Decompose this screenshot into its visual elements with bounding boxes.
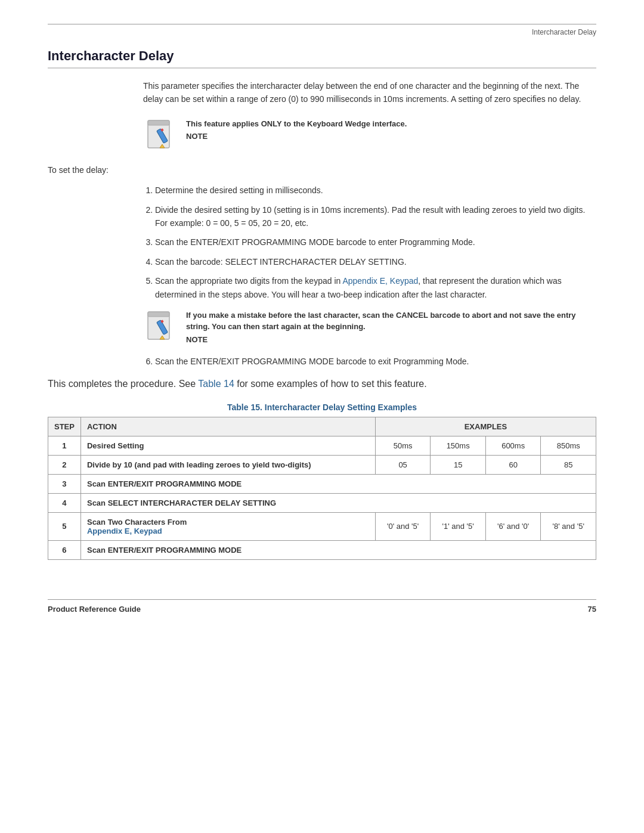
ex-2-4: 85 [541,455,596,474]
ex-5-4: '8' and '5' [541,512,596,540]
step6-list: Scan the ENTER/EXIT PROGRAMMING MODE bar… [155,355,596,368]
step-2: Divide the desired setting by 10 (settin… [155,203,596,230]
action-5: Scan Two Characters From Appendix E, Key… [80,512,375,540]
step-num-5: 5 [48,512,81,540]
ex-2-3: 60 [485,455,541,474]
steps-list: Determine the desired setting in millise… [155,184,596,301]
action-2: Divide by 10 (and pad with leading zeroe… [80,455,375,474]
ex-5-2: '1' and '5' [431,512,486,540]
action-3: Scan ENTER/EXIT PROGRAMMING MODE [80,474,596,493]
top-rule [48,24,596,24]
note-content-2: If you make a mistake before the last ch… [186,309,596,344]
step-6: Scan the ENTER/EXIT PROGRAMMING MODE bar… [155,355,596,368]
note2-text: If you make a mistake before the last ch… [186,309,596,333]
table14-link[interactable]: Table 14 [198,379,234,389]
ex-1-2: 150ms [431,436,486,455]
page-container: Intercharacter Delay Intercharacter Dela… [0,0,644,631]
step-num-2: 2 [48,455,81,474]
table-row: 3 Scan ENTER/EXIT PROGRAMMING MODE [48,474,596,493]
step-num-6: 6 [48,540,81,559]
ex-1-1: 50ms [375,436,431,455]
ex-1-3: 600ms [485,436,541,455]
footer-left-text: Product Reference Guide [48,605,141,614]
svg-rect-6 [148,312,169,317]
note1-label: NOTE [186,132,407,141]
step-4: Scan the barcode: SELECT INTERCHARACTER … [155,255,596,268]
note-box-2: If you make a mistake before the last ch… [143,309,596,345]
to-set-delay-text: To set the delay: [48,163,596,176]
svg-rect-1 [148,120,169,125]
th-action: ACTION [80,417,375,436]
step-3: Scan the ENTER/EXIT PROGRAMMING MODE bar… [155,236,596,249]
table-row: 6 Scan ENTER/EXIT PROGRAMMING MODE [48,540,596,559]
table-row: 4 Scan SELECT INTERCHARACTER DELAY SETTI… [48,493,596,512]
ex-5-1: '0' and '5' [375,512,431,540]
section-title: Intercharacter Delay [48,48,596,69]
note1-text: This feature applies ONLY to the Keyboar… [186,118,407,130]
appendix-e-link-2[interactable]: Appendix E, Keypad [87,527,162,535]
table-row: 2 Divide by 10 (and pad with leading zer… [48,455,596,474]
table-caption: Table 15. Intercharacter Delay Setting E… [48,402,596,412]
note2-label: NOTE [186,335,596,344]
page-footer: Product Reference Guide 75 [48,599,596,614]
step-num-1: 1 [48,436,81,455]
page-header-label: Intercharacter Delay [48,28,596,36]
table-row: 5 Scan Two Characters From Appendix E, K… [48,512,596,540]
action-6: Scan ENTER/EXIT PROGRAMMING MODE [80,540,596,559]
pencil-icon-1 [143,118,177,154]
ex-5-3: '6' and '0' [485,512,541,540]
intro-paragraph: This parameter specifies the intercharac… [143,79,596,106]
note-box-1: This feature applies ONLY to the Keyboar… [143,118,596,154]
pencil-icon-2 [143,309,177,345]
note-content-1: This feature applies ONLY to the Keyboar… [186,118,407,141]
ex-2-2: 15 [431,455,486,474]
step-1: Determine the desired setting in millise… [155,184,596,197]
th-step: STEP [48,417,81,436]
th-examples: EXAMPLES [375,417,596,436]
step-num-4: 4 [48,493,81,512]
action-5-line1: Scan Two Characters From [87,518,369,527]
appendix-e-link-1[interactable]: Appendix E, Keypad [342,276,418,286]
action-1: Desired Setting [80,436,375,455]
table-row: 1 Desired Setting 50ms 150ms 600ms 850ms [48,436,596,455]
step-5: Scan the appropriate two digits from the… [155,274,596,301]
delay-table: STEP ACTION EXAMPLES 1 Desired Setting 5… [48,417,596,560]
action-4: Scan SELECT INTERCHARACTER DELAY SETTING [80,493,596,512]
ex-1-4: 850ms [541,436,596,455]
completion-para: This completes the procedure. See Table … [48,376,596,392]
page-number: 75 [588,605,596,614]
ex-2-1: 05 [375,455,431,474]
step-num-3: 3 [48,474,81,493]
